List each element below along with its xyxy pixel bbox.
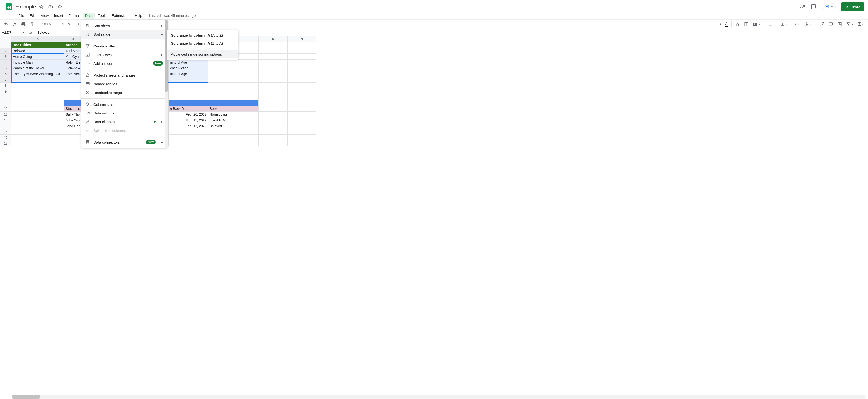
menu-filter-views[interactable]: Filter views▶ xyxy=(82,50,167,59)
insert-chart-button[interactable] xyxy=(836,21,843,27)
menu-tools[interactable]: Tools xyxy=(96,12,108,19)
menu-data[interactable]: Data xyxy=(83,12,95,19)
row-header[interactable]: 10 xyxy=(0,94,11,100)
strikethrough-button[interactable]: S xyxy=(717,21,722,27)
cell[interactable]: e Back Date xyxy=(168,106,208,112)
redo-button[interactable] xyxy=(11,21,18,27)
menu-protect[interactable]: Protect sheets and ranges xyxy=(82,71,167,80)
cell[interactable]: Author xyxy=(64,42,82,48)
submenu-sort-za[interactable]: Sort range by column A (Z to A) xyxy=(167,39,239,47)
cell[interactable]: Their Eyes Were Watching God xyxy=(11,71,64,77)
zoom-select[interactable]: 100%▼ xyxy=(41,21,56,27)
present-button[interactable]: ▼ xyxy=(822,3,836,10)
cell[interactable]: Yaa Gyas xyxy=(64,54,82,60)
comments-icon[interactable] xyxy=(811,4,816,10)
menu-insert[interactable]: Insert xyxy=(52,12,65,19)
paint-format-button[interactable] xyxy=(28,21,36,27)
cell[interactable]: John Smi xyxy=(64,117,82,123)
menu-data-cleanup[interactable]: Data cleanup▶ xyxy=(82,117,167,126)
cell[interactable]: Feb. 15, 2022 xyxy=(168,117,208,123)
col-header-f[interactable]: F xyxy=(259,36,287,42)
submenu-advanced-sort[interactable]: Advanced range sorting options xyxy=(167,50,239,58)
cell[interactable]: Ralph Elli xyxy=(64,60,82,65)
print-button[interactable] xyxy=(20,21,27,27)
decrease-decimal[interactable]: .0̲ xyxy=(74,21,80,27)
submenu-sort-az[interactable]: Sort range by column A (A to Z) xyxy=(167,31,239,39)
row-header[interactable]: 14 xyxy=(0,117,11,123)
fill-color-button[interactable] xyxy=(734,21,741,27)
name-box[interactable]: A2:D7 ▼ xyxy=(0,31,27,34)
cell[interactable]: Book xyxy=(208,106,259,112)
cell[interactable]: Feb. 20, 2022 xyxy=(168,112,208,117)
cell[interactable]: Beloved xyxy=(208,123,259,129)
row-header[interactable]: 9 xyxy=(0,88,11,94)
undo-button[interactable] xyxy=(2,21,10,27)
col-header-g[interactable]: G xyxy=(287,36,316,42)
merge-cells-button[interactable]: ▼ xyxy=(751,21,762,27)
cell[interactable]: Toni Morr xyxy=(64,48,82,54)
row-header[interactable]: 8 xyxy=(0,83,11,88)
row-header[interactable]: 11 xyxy=(0,100,11,106)
functions-button[interactable]: Σ▼ xyxy=(857,21,866,28)
cell[interactable]: Jane Doe xyxy=(64,123,82,129)
menu-edit[interactable]: Edit xyxy=(27,12,38,19)
cell[interactable]: Sally Tho xyxy=(64,112,82,117)
text-color-button[interactable]: A xyxy=(724,21,729,28)
sheets-logo[interactable] xyxy=(4,2,13,11)
menu-add-slicer[interactable]: Add a slicerNew xyxy=(82,59,167,68)
row-header[interactable]: 16 xyxy=(0,129,11,135)
menu-view[interactable]: View xyxy=(39,12,51,19)
menu-sort-range[interactable]: Sort range▶ xyxy=(82,30,167,38)
cell[interactable]: Parable of the Sower xyxy=(11,65,64,71)
row-header[interactable]: 17 xyxy=(0,135,11,141)
cell[interactable]: Student's xyxy=(64,106,82,112)
cell[interactable]: Zora Nea xyxy=(64,71,82,77)
borders-button[interactable] xyxy=(743,21,750,27)
row-header[interactable]: 13 xyxy=(0,112,11,117)
horizontal-align-button[interactable]: ▼ xyxy=(767,21,777,27)
cell[interactable]: Homegoing xyxy=(208,112,259,117)
menu-randomize[interactable]: Randomize range xyxy=(82,88,167,97)
menu-extensions[interactable]: Extensions xyxy=(110,12,131,19)
row-header[interactable]: 5 xyxy=(0,65,11,71)
cell[interactable]: ning of Age xyxy=(168,71,208,77)
row-header[interactable]: 6 xyxy=(0,71,11,77)
menu-help[interactable]: Help xyxy=(133,12,144,19)
move-icon[interactable] xyxy=(48,4,53,9)
star-icon[interactable] xyxy=(39,4,44,9)
menu-format[interactable]: Format xyxy=(66,12,82,19)
insert-comment-button[interactable] xyxy=(827,21,835,27)
menu-file[interactable]: File xyxy=(17,12,26,19)
last-edit-link[interactable]: Last edit was 45 minutes ago xyxy=(149,13,195,18)
row-header[interactable]: 7 xyxy=(0,77,11,83)
row-header[interactable]: 15 xyxy=(0,123,11,129)
format-percent[interactable]: % xyxy=(67,21,73,27)
row-header[interactable]: 1 xyxy=(0,42,11,48)
menu-sort-sheet[interactable]: Sort sheet▶ xyxy=(82,21,167,30)
text-wrap-button[interactable]: ▼ xyxy=(791,21,802,27)
cell[interactable]: Beloved xyxy=(11,48,64,54)
version-history-icon[interactable] xyxy=(800,4,805,10)
cell[interactable]: Feb. 17, 2022 xyxy=(168,123,208,129)
text-rotation-button[interactable]: ▼ xyxy=(803,21,813,27)
cell[interactable]: ence Fiction xyxy=(168,65,208,71)
menu-data-validation[interactable]: Data validation xyxy=(82,109,167,117)
cell[interactable]: ning of Age xyxy=(168,60,208,65)
menu-named-ranges[interactable]: Named ranges xyxy=(82,80,167,88)
formula-input[interactable]: Beloved xyxy=(35,31,50,34)
col-header-a[interactable]: A xyxy=(11,36,64,42)
cloud-status-icon[interactable] xyxy=(57,4,62,9)
menu-create-filter[interactable]: Create a filter xyxy=(82,42,167,50)
insert-link-button[interactable] xyxy=(818,21,826,27)
row-header[interactable]: 2 xyxy=(0,48,11,54)
cell[interactable]: Invisible Man xyxy=(11,60,64,65)
vertical-align-button[interactable]: ▼ xyxy=(779,21,789,27)
cell[interactable]: Invisible Man xyxy=(208,117,259,123)
select-all-corner[interactable] xyxy=(0,36,11,42)
row-header[interactable]: 18 xyxy=(0,141,11,146)
menu-column-stats[interactable]: Column stats xyxy=(82,100,167,109)
row-header[interactable]: 12 xyxy=(0,106,11,112)
menu-data-connectors[interactable]: Data connectorsNew▶ xyxy=(82,138,167,146)
cell[interactable]: Book Titles xyxy=(11,42,64,48)
row-header[interactable]: 3 xyxy=(0,54,11,60)
